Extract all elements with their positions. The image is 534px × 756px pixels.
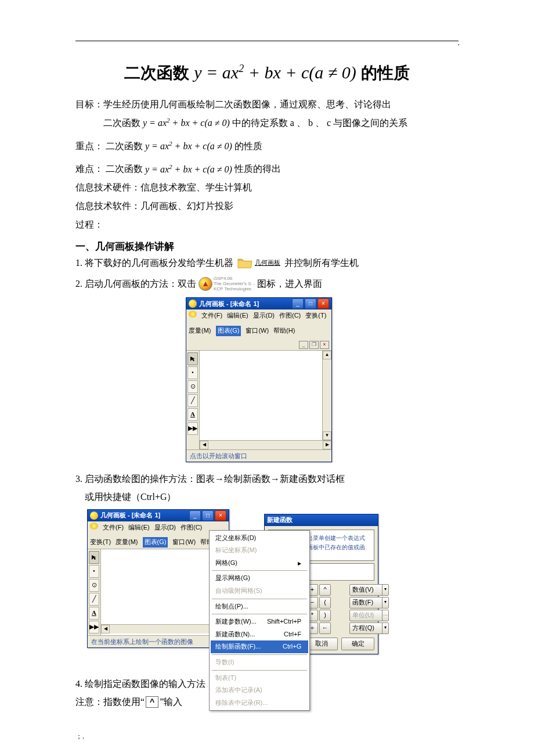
menu-graph-2[interactable]: 图表(G) — [143, 537, 168, 548]
menu-transform-2[interactable]: 变换(T) — [90, 537, 111, 548]
key-unit[interactable]: 单位(U) — [349, 610, 384, 621]
key-func[interactable]: 函数(F) — [349, 597, 384, 609]
menu-item-label: 网格(G) — [215, 558, 237, 568]
scroll-track-v[interactable] — [323, 359, 331, 431]
key-value-dd[interactable]: ▾ — [382, 584, 389, 596]
menu-separator — [212, 570, 307, 571]
scroll-track-h-2[interactable] — [110, 625, 220, 633]
scroll-up-button[interactable]: ▲ — [323, 351, 331, 359]
menu-window-2[interactable]: 窗口(W) — [172, 537, 196, 548]
menu-item[interactable]: 新建参数(W)...Shift+Ctrl+P — [211, 615, 308, 628]
menu-item-label: 新建参数(W)... — [215, 617, 257, 627]
maximize-button-2[interactable]: □ — [202, 510, 214, 521]
menu-item-label: 标记坐标系(M) — [215, 545, 257, 556]
menu-item-label: 移除表中记录(R)... — [215, 698, 268, 708]
key-eq[interactable]: 方程(Q) — [349, 622, 384, 634]
canvas[interactable]: ▲ ▼ ◀ ▶ — [200, 351, 331, 449]
menu-display[interactable]: 显示(D) — [253, 311, 275, 321]
menu-transform[interactable]: 变换(T) — [305, 311, 326, 321]
step1-text-a: 1. 将下载好的几何画板分发给学生机器 — [75, 255, 233, 271]
menu-window[interactable]: 窗口(W) — [246, 326, 269, 336]
key-value[interactable]: 数值(V) — [349, 584, 384, 596]
menu-item[interactable]: 显示网格(G) — [211, 572, 308, 585]
step1-text-b: 并控制所有学生机 — [284, 255, 359, 271]
menu-item[interactable]: 绘制新函数(F)...Ctrl+G — [211, 640, 308, 653]
menu-construct[interactable]: 作图(C) — [279, 311, 301, 321]
scroll-right-button[interactable]: ▶ — [323, 441, 331, 449]
scroll-left-button[interactable]: ◀ — [200, 441, 208, 449]
menu-item: 导数(I) — [211, 656, 308, 669]
scroll-down-button[interactable]: ▼ — [323, 431, 331, 440]
tool-custom-2[interactable]: ▶▶ — [89, 621, 99, 633]
tool-line[interactable]: ╱ — [187, 394, 198, 407]
menu-item: 标记坐标系(M) — [211, 544, 308, 557]
menu-item[interactable]: 定义坐标系(D) — [211, 532, 308, 545]
key-lparen[interactable]: ( — [319, 597, 331, 609]
menu-item: 制表(T) — [211, 672, 308, 685]
menu-item: 移除表中记录(R)... — [211, 697, 308, 710]
close-button-2[interactable]: × — [215, 510, 226, 521]
tool-custom[interactable]: ▶▶ — [187, 422, 198, 435]
menu-file-2[interactable]: 文件(F) — [103, 523, 124, 533]
menu-file[interactable]: 文件(F) — [201, 311, 222, 321]
menu-edit-2[interactable]: 编辑(E) — [128, 523, 150, 533]
minimize-button-2[interactable]: _ — [189, 510, 201, 521]
tool-line-2[interactable]: ╱ — [89, 593, 99, 606]
tool-circle[interactable]: ⊙ — [187, 380, 198, 393]
mdi-minimize[interactable]: _ — [299, 341, 308, 349]
menu-construct-2[interactable]: 作图(C) — [181, 523, 202, 533]
menu-item-label: 绘制点(P)... — [215, 602, 248, 612]
goal-formula: y = ax2 + bx + c(a ≠ 0) — [143, 118, 230, 128]
menu-measure[interactable]: 度量(M) — [189, 326, 211, 336]
goal-line2-post: 中的待定系数 a 、 b 、 c 与图像之间的关系 — [232, 118, 407, 128]
menu-item[interactable]: 新建函数(N)...Ctrl+F — [211, 628, 308, 641]
window-body: • ⊙ ╱ A ▶▶ ▲ ▼ ◀ ▶ — [186, 351, 331, 449]
window-body-2: • ⊙ ╱ A ▶▶ ◀ ▶ — [88, 549, 229, 635]
close-button[interactable]: × — [317, 298, 329, 309]
titlebar-2: 几何画板 - [未命名 1] _ □ × — [88, 510, 229, 521]
menu-item[interactable]: 网格(G) — [211, 557, 308, 570]
menu-measure-2[interactable]: 度量(M) — [116, 537, 138, 548]
ok-button[interactable]: 确定 — [341, 638, 374, 650]
menu-display-2[interactable]: 显示(D) — [154, 523, 176, 533]
key-caret[interactable]: ^ — [319, 584, 331, 596]
section-1-title: 一、几何画板操作讲解 — [75, 239, 459, 254]
mdi-restore[interactable]: ❐ — [309, 341, 319, 349]
mdi-close[interactable]: × — [320, 341, 329, 349]
key-eq-dd[interactable]: ▾ — [382, 622, 389, 634]
tool-text[interactable]: A — [187, 408, 198, 421]
title-text: 几何画板 - [未命名 1] — [199, 299, 292, 309]
maximize-button[interactable]: □ — [305, 298, 316, 309]
tool-circle-2[interactable]: ⊙ — [89, 579, 99, 592]
statusbar-2: 在当前坐标系上绘制一个函数的图像 — [88, 635, 229, 647]
titlebar: 几何画板 - [未命名 1] _ □ × — [186, 298, 331, 309]
key-func-dd[interactable]: ▾ — [382, 597, 389, 609]
key-rparen[interactable]: ) — [319, 610, 331, 621]
tool-arrow[interactable] — [187, 352, 198, 365]
tool-point[interactable]: • — [187, 366, 198, 379]
step4b-post: ”输入 — [160, 697, 182, 707]
tool-text-2[interactable]: A — [89, 607, 99, 620]
tool-point-2[interactable]: • — [89, 565, 99, 578]
tool-arrow-2[interactable] — [89, 551, 99, 564]
key-unit-dd[interactable]: — — [382, 610, 389, 621]
process-label: 过程： — [75, 217, 459, 232]
minimize-button[interactable]: _ — [292, 298, 304, 309]
key-back[interactable]: ← — [319, 622, 331, 634]
toolbar: • ⊙ ╱ A ▶▶ — [186, 351, 200, 449]
menu-edit[interactable]: 编辑(E) — [227, 311, 248, 321]
vertical-scrollbar[interactable]: ▲ ▼ — [322, 351, 331, 440]
diff-pre: 二次函数 — [106, 164, 145, 174]
menu-help[interactable]: 帮助(H) — [273, 326, 295, 336]
menu-item[interactable]: 绘制点(P)... — [211, 600, 308, 613]
gsp-window-2: 几何画板 - [未命名 1] _ □ × 文件(F) 编辑(E) 显示(D) 作… — [87, 509, 229, 648]
scroll-track-h[interactable] — [208, 441, 323, 449]
menu-graph[interactable]: 图表(G) — [216, 326, 241, 336]
scroll-left-button-2[interactable]: ◀ — [101, 625, 110, 633]
folder-icon: 几何画板 — [237, 256, 281, 270]
horizontal-scrollbar[interactable]: ◀ ▶ — [200, 440, 331, 449]
mdi-icon-2 — [90, 523, 98, 530]
step-1: 1. 将下载好的几何画板分发给学生机器 几何画板 并控制所有学生机 — [75, 255, 459, 271]
statusbar: 点击以开始滚动窗口 — [186, 449, 331, 462]
menu-separator — [212, 614, 307, 614]
